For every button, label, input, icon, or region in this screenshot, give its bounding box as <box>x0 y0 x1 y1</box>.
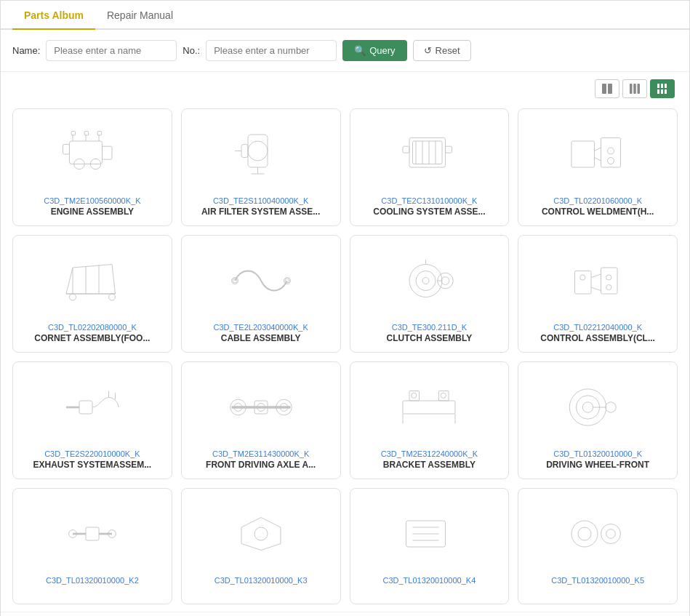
no-input[interactable] <box>206 40 337 61</box>
card-code: C3D_TL01320010000_K3 <box>214 576 308 585</box>
svg-rect-3 <box>633 84 636 94</box>
svg-point-23 <box>248 141 268 161</box>
part-card[interactable]: C3D_TE300.211D_K CLUTCH ASSEMBLY <box>350 235 510 353</box>
svg-point-53 <box>416 271 436 291</box>
svg-point-41 <box>608 158 614 164</box>
part-card[interactable]: C3D_TL01320010000_K2 <box>12 488 172 604</box>
tab-parts-album[interactable]: Parts Album <box>12 1 95 30</box>
card-image <box>527 244 668 317</box>
part-card[interactable]: C3D_TL01320010000_K3 <box>181 488 341 604</box>
view-4col-button[interactable] <box>650 79 675 98</box>
svg-point-99 <box>601 524 621 544</box>
svg-point-56 <box>441 277 449 285</box>
svg-point-47 <box>108 294 115 300</box>
svg-rect-34 <box>403 146 409 153</box>
svg-rect-20 <box>84 132 88 135</box>
card-name: FRONT DRIVING AXLE A... <box>206 460 316 470</box>
part-card[interactable]: C3D_TL01320010000_K5 <box>518 488 678 604</box>
card-code: C3D_TL01320010000_K5 <box>551 576 644 585</box>
svg-point-97 <box>571 521 598 547</box>
svg-line-38 <box>595 148 601 151</box>
card-name: AIR FILTER SYSTEM ASSE... <box>201 207 320 217</box>
part-card[interactable]: C3D_TL02201060000_K CONTROL WELDMENT(H..… <box>518 108 678 226</box>
part-card[interactable]: C3D_TM2E100560000K_K ENGINE ASSEMBLY <box>12 108 172 226</box>
part-card[interactable]: C3D_TL01320010000_K DRIVING WHEEL-FRONT <box>518 361 678 479</box>
app-container: Parts Album Repair Manual Name: No.: 🔍 Q… <box>0 0 690 616</box>
card-name: ENGINE ASSEMBLY <box>51 207 134 217</box>
svg-rect-35 <box>446 146 452 153</box>
card-image <box>190 244 332 317</box>
part-card[interactable]: C3D_TE2L203040000K_K CABLE ASSEMBLY <box>181 235 341 353</box>
svg-rect-22 <box>248 135 268 167</box>
svg-point-85 <box>606 402 616 412</box>
card-name: EXHAUST SYSTEMASSEM... <box>33 460 152 470</box>
card-code: C3D_TE300.211D_K <box>392 323 467 332</box>
svg-rect-21 <box>97 132 101 135</box>
no-label: No.: <box>182 45 200 56</box>
name-input[interactable] <box>46 40 177 61</box>
card-image <box>22 244 163 317</box>
part-card[interactable]: C3D_TL02212040000_K CONTROL ASSEMBLY(CL.… <box>518 235 678 353</box>
part-card[interactable]: C3D_TL01320010000_K4 <box>350 488 510 604</box>
view-toolbar <box>1 72 689 101</box>
part-card[interactable]: C3D_TL02202080000_K CORNET ASSEMBLY(FOO.… <box>12 235 172 353</box>
svg-point-79 <box>441 393 446 398</box>
card-code: C3D_TL02202080000_K <box>48 323 137 332</box>
part-card[interactable]: C3D_TE2C131010000K_K COOLING SYSTEM ASSE… <box>350 108 510 226</box>
view-3col-icon <box>629 83 641 95</box>
view-3col-button[interactable] <box>622 79 647 98</box>
svg-rect-59 <box>575 271 592 295</box>
card-name: CORNET ASSEMBLY(FOO... <box>34 333 150 343</box>
parts-grid: C3D_TM2E100560000K_K ENGINE ASSEMBLY C3D… <box>12 108 678 604</box>
card-code: C3D_TM2E312240000K_K <box>381 449 478 458</box>
part-card[interactable]: C3D_TE2S110040000K_K AIR FILTER SYSTEM A… <box>181 108 341 226</box>
card-code: C3D_TL01320010000_K4 <box>382 576 476 585</box>
card-image <box>359 371 500 444</box>
query-button[interactable]: 🔍 Query <box>342 40 406 61</box>
svg-rect-88 <box>86 527 99 540</box>
part-card[interactable]: C3D_TM2E311430000K_K FRONT DRIVING AXLE … <box>181 361 341 479</box>
card-image <box>22 118 163 191</box>
card-image <box>190 497 332 570</box>
svg-rect-29 <box>413 141 443 164</box>
svg-line-39 <box>595 158 601 161</box>
card-code: C3D_TL02212040000_K <box>553 323 642 332</box>
tab-repair-manual[interactable]: Repair Manual <box>95 1 185 30</box>
card-name: DRIVING WHEEL-FRONT <box>546 460 649 470</box>
svg-rect-28 <box>409 138 446 168</box>
svg-point-40 <box>608 148 614 154</box>
card-name: BRACKET ASSEMBLY <box>383 460 476 470</box>
svg-rect-37 <box>601 138 621 168</box>
card-code: C3D_TL02201060000_K <box>553 196 642 205</box>
svg-point-63 <box>606 284 611 289</box>
svg-rect-0 <box>602 84 606 94</box>
svg-rect-77 <box>439 391 449 401</box>
reset-icon: ↺ <box>424 45 432 56</box>
part-card[interactable]: C3D_TE2S220010000K_K EXHAUST SYSTEMASSEM… <box>12 361 172 479</box>
view-2col-icon <box>601 83 613 95</box>
svg-rect-1 <box>608 84 612 94</box>
card-code: C3D_TL01320010000_K2 <box>46 576 139 585</box>
svg-rect-7 <box>665 84 667 88</box>
svg-rect-76 <box>409 391 420 401</box>
card-image <box>190 118 332 191</box>
card-image <box>359 118 500 191</box>
part-card[interactable]: C3D_TM2E312240000K_K BRACKET ASSEMBLY <box>350 361 510 479</box>
card-name: CONTROL ASSEMBLY(CL... <box>540 333 655 343</box>
svg-rect-10 <box>665 89 667 94</box>
svg-point-100 <box>606 529 616 539</box>
view-2col-button[interactable] <box>595 79 619 98</box>
card-code: C3D_TE2C131010000K_K <box>381 196 477 205</box>
svg-point-61 <box>580 275 585 280</box>
svg-rect-4 <box>638 84 641 94</box>
reset-button[interactable]: ↺ Reset <box>413 40 471 61</box>
grid-area: C3D_TM2E100560000K_K ENGINE ASSEMBLY C3D… <box>1 101 689 612</box>
search-icon: 🔍 <box>354 45 366 56</box>
card-image <box>22 371 163 444</box>
svg-point-62 <box>606 275 611 280</box>
view-4col-icon <box>657 83 668 95</box>
card-image <box>22 497 163 570</box>
svg-point-98 <box>578 527 591 540</box>
card-name: CABLE ASSEMBLY <box>221 333 301 343</box>
card-code: C3D_TE2L203040000K_K <box>213 323 308 332</box>
